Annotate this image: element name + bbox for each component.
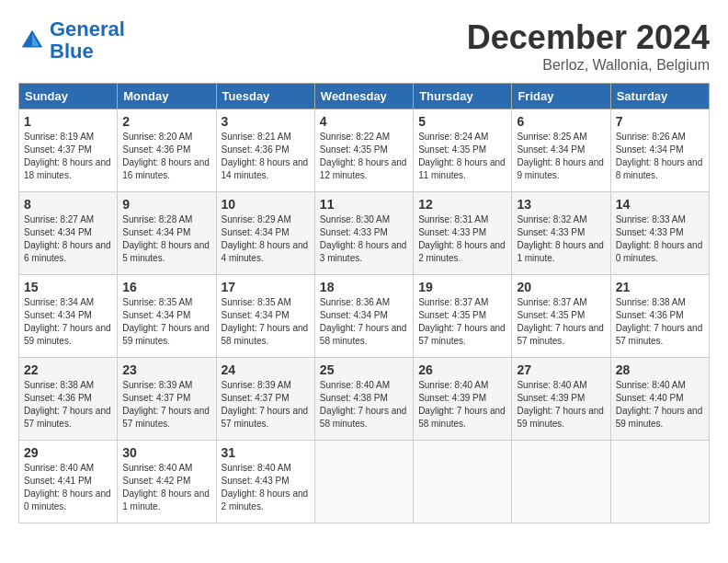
calendar-cell: 9 Sunrise: 8:28 AMSunset: 4:34 PMDayligh…	[118, 192, 216, 275]
day-info: Sunrise: 8:40 AMSunset: 4:43 PMDaylight:…	[222, 463, 309, 511]
title-block: December 2024 Berloz, Wallonia, Belgium	[467, 18, 710, 74]
page-header: General Blue December 2024 Berloz, Wallo…	[18, 18, 710, 74]
calendar-cell	[314, 441, 413, 523]
day-info: Sunrise: 8:32 AMSunset: 4:33 PMDaylight:…	[517, 214, 604, 263]
calendar-cell: 22 Sunrise: 8:38 AMSunset: 4:36 PMDaylig…	[19, 358, 118, 441]
weekday-header: Saturday	[610, 84, 709, 109]
day-info: Sunrise: 8:34 AMSunset: 4:34 PMDaylight:…	[24, 297, 111, 346]
calendar-cell: 21 Sunrise: 8:38 AMSunset: 4:36 PMDaylig…	[610, 275, 709, 358]
day-number: 21	[616, 280, 704, 294]
calendar-cell: 28 Sunrise: 8:40 AMSunset: 4:40 PMDaylig…	[610, 358, 709, 441]
day-info: Sunrise: 8:37 AMSunset: 4:35 PMDaylight:…	[418, 297, 506, 346]
calendar-week-row: 8 Sunrise: 8:27 AMSunset: 4:34 PMDayligh…	[19, 192, 710, 275]
day-number: 9	[122, 197, 210, 212]
day-number: 22	[24, 362, 112, 377]
calendar-cell: 1 Sunrise: 8:19 AMSunset: 4:37 PMDayligh…	[19, 109, 118, 192]
day-number: 6	[517, 114, 605, 129]
day-number: 12	[418, 197, 506, 212]
day-number: 30	[122, 445, 210, 460]
calendar-cell: 18 Sunrise: 8:36 AMSunset: 4:34 PMDaylig…	[314, 275, 413, 358]
day-info: Sunrise: 8:39 AMSunset: 4:37 PMDaylight:…	[122, 380, 210, 429]
location-subtitle: Berloz, Wallonia, Belgium	[467, 57, 710, 74]
calendar-cell: 14 Sunrise: 8:33 AMSunset: 4:33 PMDaylig…	[610, 192, 709, 275]
calendar-cell: 20 Sunrise: 8:37 AMSunset: 4:35 PMDaylig…	[512, 275, 610, 358]
day-info: Sunrise: 8:35 AMSunset: 4:34 PMDaylight:…	[122, 297, 210, 346]
day-info: Sunrise: 8:20 AMSunset: 4:36 PMDaylight:…	[122, 132, 210, 180]
day-info: Sunrise: 8:19 AMSunset: 4:37 PMDaylight:…	[24, 132, 111, 180]
calendar-cell: 3 Sunrise: 8:21 AMSunset: 4:36 PMDayligh…	[216, 109, 314, 192]
calendar-cell: 27 Sunrise: 8:40 AMSunset: 4:39 PMDaylig…	[512, 358, 610, 441]
day-number: 7	[616, 114, 704, 129]
calendar-cell: 25 Sunrise: 8:40 AMSunset: 4:38 PMDaylig…	[314, 358, 413, 441]
day-info: Sunrise: 8:24 AMSunset: 4:35 PMDaylight:…	[418, 132, 506, 180]
calendar-cell	[610, 441, 709, 523]
logo: General Blue	[18, 18, 125, 63]
day-number: 14	[616, 197, 704, 212]
calendar-cell	[512, 441, 610, 523]
day-number: 23	[122, 362, 210, 377]
weekday-header: Sunday	[19, 84, 118, 109]
calendar-cell: 17 Sunrise: 8:35 AMSunset: 4:34 PMDaylig…	[216, 275, 314, 358]
calendar-cell: 6 Sunrise: 8:25 AMSunset: 4:34 PMDayligh…	[512, 109, 610, 192]
day-info: Sunrise: 8:29 AMSunset: 4:34 PMDaylight:…	[222, 214, 309, 263]
logo-text: General Blue	[50, 18, 125, 63]
calendar-cell: 13 Sunrise: 8:32 AMSunset: 4:33 PMDaylig…	[512, 192, 610, 275]
calendar-cell: 26 Sunrise: 8:40 AMSunset: 4:39 PMDaylig…	[414, 358, 512, 441]
weekday-header: Monday	[118, 84, 216, 109]
day-number: 8	[24, 197, 112, 212]
day-number: 25	[320, 362, 408, 377]
calendar-cell: 23 Sunrise: 8:39 AMSunset: 4:37 PMDaylig…	[118, 358, 216, 441]
day-number: 28	[616, 362, 704, 377]
calendar-cell: 2 Sunrise: 8:20 AMSunset: 4:36 PMDayligh…	[118, 109, 216, 192]
day-number: 31	[222, 445, 310, 460]
month-title: December 2024	[467, 18, 710, 57]
day-info: Sunrise: 8:40 AMSunset: 4:38 PMDaylight:…	[320, 380, 407, 429]
day-number: 11	[320, 197, 408, 212]
day-number: 20	[517, 280, 605, 294]
logo-blue: Blue	[50, 40, 94, 63]
logo-icon	[18, 27, 46, 54]
calendar-week-row: 29 Sunrise: 8:40 AMSunset: 4:41 PMDaylig…	[19, 441, 710, 523]
day-info: Sunrise: 8:38 AMSunset: 4:36 PMDaylight:…	[24, 380, 111, 429]
day-info: Sunrise: 8:37 AMSunset: 4:35 PMDaylight:…	[517, 297, 604, 346]
day-number: 4	[320, 114, 408, 129]
calendar-cell	[414, 441, 512, 523]
day-info: Sunrise: 8:27 AMSunset: 4:34 PMDaylight:…	[24, 214, 111, 263]
day-info: Sunrise: 8:40 AMSunset: 4:39 PMDaylight:…	[418, 380, 506, 429]
day-number: 26	[418, 362, 506, 377]
day-info: Sunrise: 8:40 AMSunset: 4:39 PMDaylight:…	[517, 380, 604, 429]
day-number: 19	[418, 280, 506, 294]
day-info: Sunrise: 8:25 AMSunset: 4:34 PMDaylight:…	[517, 132, 604, 180]
day-info: Sunrise: 8:40 AMSunset: 4:41 PMDaylight:…	[24, 463, 111, 511]
day-number: 29	[24, 445, 112, 460]
day-number: 27	[517, 362, 605, 377]
logo-general: General	[50, 17, 125, 40]
calendar-cell: 30 Sunrise: 8:40 AMSunset: 4:42 PMDaylig…	[118, 441, 216, 523]
calendar-cell: 8 Sunrise: 8:27 AMSunset: 4:34 PMDayligh…	[19, 192, 118, 275]
calendar-week-row: 1 Sunrise: 8:19 AMSunset: 4:37 PMDayligh…	[19, 109, 710, 192]
day-number: 18	[320, 280, 408, 294]
calendar-cell: 29 Sunrise: 8:40 AMSunset: 4:41 PMDaylig…	[19, 441, 118, 523]
day-info: Sunrise: 8:39 AMSunset: 4:37 PMDaylight:…	[222, 380, 309, 429]
day-number: 16	[122, 280, 210, 294]
calendar-cell: 10 Sunrise: 8:29 AMSunset: 4:34 PMDaylig…	[216, 192, 314, 275]
calendar-cell: 4 Sunrise: 8:22 AMSunset: 4:35 PMDayligh…	[314, 109, 413, 192]
calendar-cell: 5 Sunrise: 8:24 AMSunset: 4:35 PMDayligh…	[414, 109, 512, 192]
weekday-header: Wednesday	[314, 84, 413, 109]
day-info: Sunrise: 8:38 AMSunset: 4:36 PMDaylight:…	[616, 297, 703, 346]
day-number: 15	[24, 280, 112, 294]
day-number: 2	[122, 114, 210, 129]
calendar-table: SundayMondayTuesdayWednesdayThursdayFrid…	[18, 83, 710, 523]
calendar-cell: 11 Sunrise: 8:30 AMSunset: 4:33 PMDaylig…	[314, 192, 413, 275]
day-number: 3	[222, 114, 310, 129]
calendar-cell: 16 Sunrise: 8:35 AMSunset: 4:34 PMDaylig…	[118, 275, 216, 358]
calendar-cell: 12 Sunrise: 8:31 AMSunset: 4:33 PMDaylig…	[414, 192, 512, 275]
day-info: Sunrise: 8:40 AMSunset: 4:40 PMDaylight:…	[616, 380, 703, 429]
day-number: 10	[222, 197, 310, 212]
header-row: SundayMondayTuesdayWednesdayThursdayFrid…	[19, 84, 710, 109]
day-info: Sunrise: 8:26 AMSunset: 4:34 PMDaylight:…	[616, 132, 703, 180]
day-info: Sunrise: 8:31 AMSunset: 4:33 PMDaylight:…	[418, 214, 506, 263]
day-info: Sunrise: 8:21 AMSunset: 4:36 PMDaylight:…	[222, 132, 309, 180]
calendar-cell: 31 Sunrise: 8:40 AMSunset: 4:43 PMDaylig…	[216, 441, 314, 523]
day-number: 5	[418, 114, 506, 129]
